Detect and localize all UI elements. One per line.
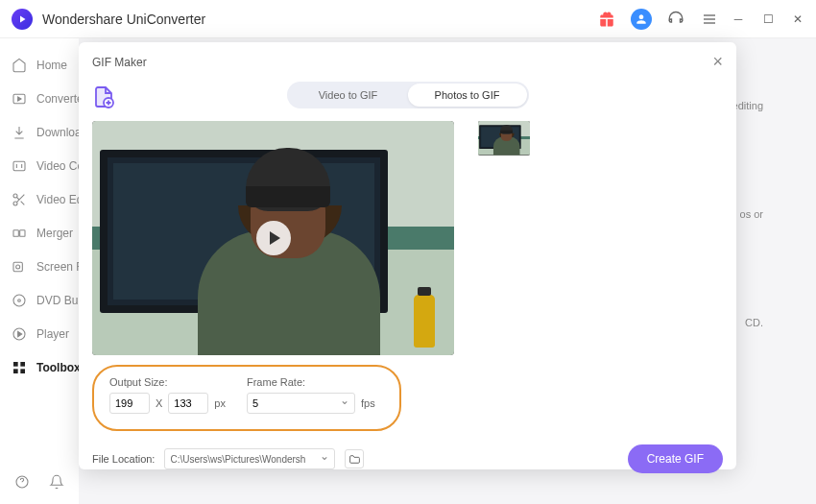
recorder-icon	[11, 258, 27, 275]
download-icon	[11, 124, 27, 140]
add-file-button[interactable]	[92, 85, 115, 108]
sidebar-item-merger[interactable]: Merger	[0, 216, 79, 250]
bell-icon[interactable]	[49, 474, 64, 490]
svg-point-6	[13, 202, 17, 205]
open-folder-button[interactable]	[345, 449, 364, 468]
sidebar-item-label: Home	[36, 59, 67, 72]
file-location-label: File Location:	[92, 453, 155, 465]
main-area: editing os or CD. GIF Maker × Video to G…	[79, 38, 816, 504]
scissors-icon	[11, 191, 27, 207]
app-title: Wondershare UniConverter	[42, 12, 205, 27]
fps-select[interactable]: 5	[247, 393, 355, 414]
sidebar: Home Converter Downloader Video Compress…	[0, 38, 79, 504]
headset-icon[interactable]	[666, 10, 685, 29]
svg-rect-14	[13, 362, 18, 367]
close-icon[interactable]: ×	[712, 52, 723, 72]
svg-rect-9	[13, 262, 22, 271]
window-maximize[interactable]: ☐	[761, 12, 775, 26]
times-label: X	[156, 397, 162, 409]
sidebar-item-home[interactable]: Home	[0, 48, 79, 82]
bg-text: editing	[732, 100, 763, 111]
compress-icon	[11, 157, 27, 174]
play-icon	[11, 325, 27, 342]
sidebar-item-label: Toolbox	[36, 361, 81, 374]
svg-rect-17	[20, 369, 25, 373]
height-input[interactable]	[168, 393, 208, 414]
merger-icon	[11, 225, 27, 241]
svg-point-11	[13, 295, 25, 306]
sidebar-item-converter[interactable]: Converter	[0, 82, 79, 115]
mode-tabs: Video to GIF Photos to GIF	[287, 82, 529, 108]
fps-label: fps	[361, 397, 375, 409]
home-icon	[11, 57, 27, 73]
sidebar-item-compressor[interactable]: Video Compressor	[0, 149, 79, 182]
svg-rect-15	[20, 362, 25, 367]
sidebar-item-toolbox[interactable]: Toolbox	[0, 350, 79, 384]
tab-photos-to-gif[interactable]: Photos to GIF	[408, 84, 527, 107]
app-logo	[12, 9, 33, 30]
create-gif-button[interactable]: Create GIF	[628, 444, 723, 473]
svg-rect-7	[13, 229, 18, 236]
px-label: px	[214, 397, 226, 409]
svg-rect-4	[13, 161, 25, 170]
sidebar-item-dvd[interactable]: DVD Burner	[0, 283, 79, 317]
user-icon[interactable]	[631, 9, 652, 30]
sidebar-item-label: Merger	[36, 227, 73, 240]
output-size-label: Output Size:	[109, 376, 226, 388]
gif-maker-modal: GIF Maker × Video to GIF Photos to GIF	[79, 42, 736, 469]
help-icon[interactable]	[14, 474, 30, 490]
gift-icon[interactable]	[597, 10, 616, 29]
svg-point-5	[13, 194, 17, 198]
svg-rect-8	[19, 229, 24, 236]
svg-point-10	[15, 265, 19, 269]
window-close[interactable]: ✕	[791, 12, 804, 26]
width-input[interactable]	[109, 393, 150, 414]
svg-rect-16	[13, 369, 18, 373]
bg-text: os or	[740, 208, 763, 220]
sidebar-item-player[interactable]: Player	[0, 317, 79, 350]
tab-video-to-gif[interactable]: Video to GIF	[289, 84, 408, 107]
converter-icon	[11, 90, 27, 107]
svg-point-12	[17, 299, 20, 301]
sidebar-item-recorder[interactable]: Screen Recorder	[0, 250, 79, 283]
sidebar-item-label: Player	[36, 327, 69, 341]
video-preview[interactable]	[92, 121, 454, 355]
titlebar-icons	[597, 9, 719, 30]
play-button[interactable]	[256, 221, 291, 255]
window-minimize[interactable]: ─	[732, 12, 745, 26]
menu-icon[interactable]	[700, 10, 719, 29]
grid-icon	[11, 359, 27, 375]
modal-title: GIF Maker	[92, 56, 147, 69]
file-location-select[interactable]: C:\Users\ws\Pictures\Wondersh	[164, 448, 335, 469]
sidebar-item-editor[interactable]: Video Editor	[0, 182, 79, 216]
frame-rate-label: Frame Rate:	[247, 376, 375, 388]
sidebar-item-downloader[interactable]: Downloader	[0, 115, 79, 149]
output-settings: Output Size: X px Frame Rate:	[92, 365, 401, 431]
titlebar: Wondershare UniConverter ─ ☐ ✕	[0, 0, 816, 38]
thumbnail[interactable]	[478, 121, 530, 156]
bg-text: CD.	[745, 317, 763, 328]
disc-icon	[11, 292, 27, 308]
